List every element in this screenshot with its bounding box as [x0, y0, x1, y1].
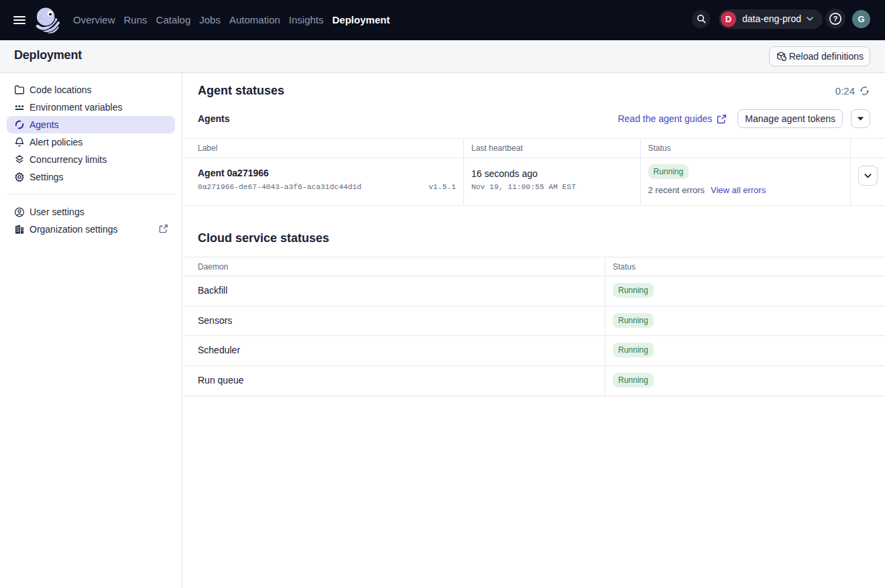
svg-text:?: ?	[833, 15, 837, 23]
